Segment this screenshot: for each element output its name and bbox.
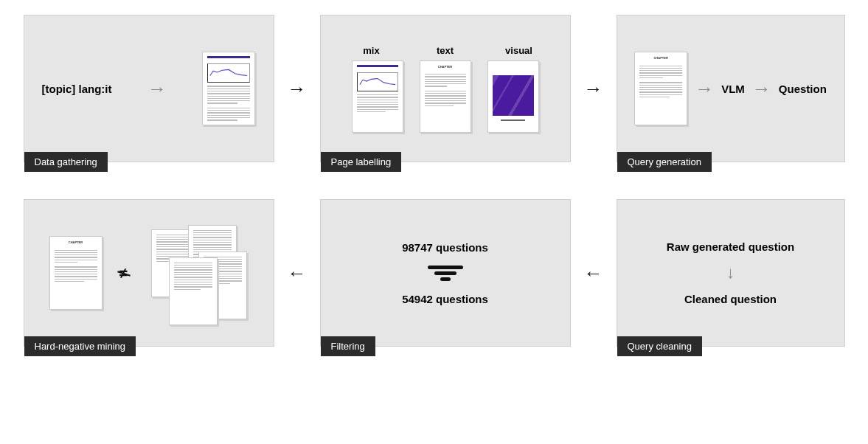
search-query-text: [topic] lang:it [42, 83, 112, 95]
doc-thumb-query: CHAPTER [49, 236, 103, 310]
document-thumbnail [202, 52, 255, 125]
arrow-down-icon: ↓ [726, 263, 735, 282]
stage-hard-negative-mining: CHAPTER ≠ Hard-negative mining [24, 199, 274, 347]
stage-label: Data gathering [24, 152, 108, 172]
question-text: Question [779, 83, 827, 95]
stage-query-cleaning: Raw generated question ↓ Cleaned questio… [617, 199, 845, 347]
arrow-right-icon: → [147, 77, 167, 100]
doc-thumb-visual [487, 60, 539, 133]
arrow-right-icon: → [752, 77, 771, 100]
arrow-left-icon: ← [584, 262, 603, 285]
stage-label: Hard-negative mining [24, 336, 136, 356]
hard-negative-docs [145, 225, 249, 321]
page-type-text: text [417, 45, 474, 56]
doc-thumb-input: CHAPTER [634, 52, 687, 125]
stage-filtering: 98747 questions 54942 questions Filterin… [320, 199, 571, 347]
page-type-visual: visual [490, 45, 548, 56]
filter-before-count: 98747 questions [402, 241, 488, 254]
arrow-right-icon: → [584, 77, 603, 100]
stage-label: Query cleaning [617, 336, 702, 356]
stage-label: Query generation [617, 152, 712, 172]
cleaned-question-text: Cleaned question [684, 293, 777, 305]
arrow-right-icon: → [288, 77, 307, 100]
stage-query-generation: CHAPTER → VLM → Question Query generatio… [617, 15, 845, 162]
filter-after-count: 54942 questions [402, 293, 488, 305]
doc-thumb-mix [352, 60, 403, 133]
stage-label: Filtering [321, 336, 375, 356]
stage-label: Page labelling [321, 152, 402, 172]
page-type-mix: mix [343, 45, 400, 56]
raw-question-text: Raw generated question [667, 240, 794, 253]
arrow-right-icon: → [695, 77, 714, 100]
vlm-text: VLM [721, 83, 745, 95]
stage-page-labelling: mix text visual CHAPTER [320, 15, 571, 162]
not-equal-icon: ≠ [116, 265, 132, 282]
arrow-left-icon: ← [288, 262, 307, 285]
stage-data-gathering: [topic] lang:it → Data gathering [24, 15, 274, 162]
doc-thumb-text: CHAPTER [420, 60, 471, 133]
filter-icon [428, 266, 463, 281]
